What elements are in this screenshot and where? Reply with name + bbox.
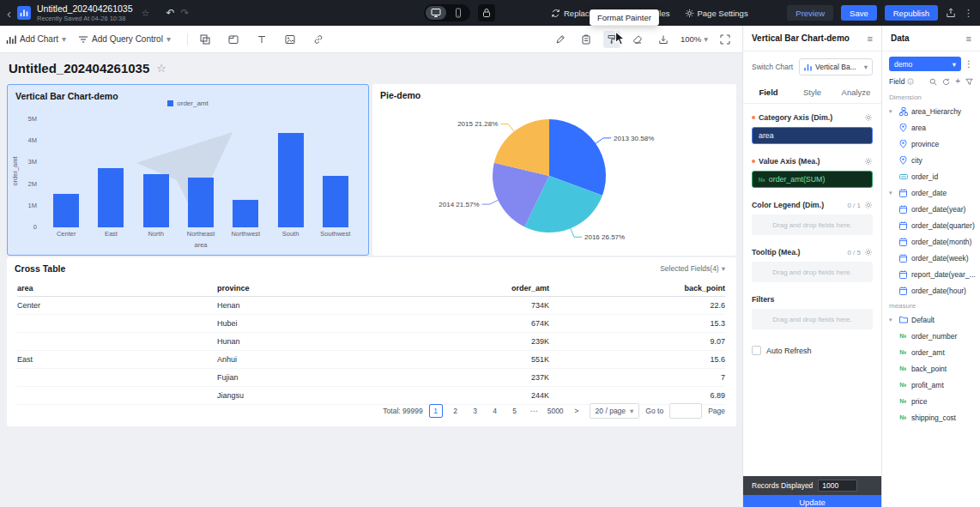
cross-table-widget[interactable]: Cross Table Selected Fields(4) ▾ areapro…	[7, 257, 736, 426]
desktop-view-button[interactable]	[426, 6, 446, 20]
table-cell: 15.6	[549, 355, 725, 364]
settings-gear-icon[interactable]	[864, 248, 873, 257]
page-button[interactable]: 2	[449, 404, 463, 418]
field-dropzone[interactable]: Drag and drop fields here.	[752, 309, 873, 329]
settings-gear-icon[interactable]	[864, 113, 873, 122]
tab-field[interactable]: Field	[747, 81, 790, 103]
field-item[interactable]: №order_number	[882, 328, 980, 344]
export-icon[interactable]	[655, 31, 672, 48]
field-item[interactable]: ▾order_date	[882, 184, 980, 201]
text-widget-icon[interactable]	[253, 31, 270, 48]
field-item[interactable]: report_date(year_...	[882, 266, 980, 282]
page-star-icon[interactable]: ☆	[156, 62, 166, 75]
selected-fields-dropdown[interactable]: Selected Fields(4) ▾	[660, 264, 725, 273]
page-settings-menu[interactable]: Page Settings	[685, 9, 748, 18]
field-item[interactable]: city	[882, 152, 980, 168]
tab-container-icon[interactable]	[225, 31, 242, 48]
field-item[interactable]: area	[882, 119, 980, 136]
chart-type-select[interactable]: Vertical Ba... ▾	[799, 58, 873, 75]
field-item[interactable]: province	[882, 136, 980, 152]
redo-icon[interactable]: ↷	[180, 7, 189, 19]
field-item[interactable]: order_date(hour)	[882, 282, 980, 299]
page-button[interactable]: 4	[488, 404, 502, 418]
clipboard-icon[interactable]	[578, 31, 595, 48]
auto-refresh-checkbox[interactable]	[752, 346, 761, 355]
expander-caret-icon[interactable]: ▾	[889, 190, 895, 196]
field-item[interactable]: ▾area_Hierarchy	[882, 103, 980, 119]
link-widget-icon[interactable]	[310, 31, 327, 48]
panel-menu-icon[interactable]: ≡	[966, 33, 971, 44]
combine-widgets-icon[interactable]	[197, 31, 214, 48]
field-chip[interactable]: №order_amt(SUM)	[752, 171, 873, 188]
field-chip[interactable]: area	[752, 127, 873, 144]
mobile-view-button[interactable]	[448, 6, 469, 20]
bar-chart-widget[interactable]: Vertical Bar Chart-demo order_amt order_…	[7, 84, 369, 256]
field-item[interactable]: №profit_amt	[882, 377, 980, 393]
device-toggle[interactable]	[424, 4, 470, 21]
field-dropzone[interactable]: Drag and drop fields here.	[752, 262, 873, 282]
field-item[interactable]: №shipping_cost	[882, 409, 980, 426]
search-icon[interactable]	[929, 78, 937, 86]
ai-assistant-icon[interactable]	[552, 31, 569, 48]
bar[interactable]	[188, 178, 214, 227]
bar[interactable]	[278, 133, 304, 227]
field-item[interactable]: order_date(week)	[882, 250, 980, 266]
panel-menu-icon[interactable]: ≡	[868, 33, 873, 44]
dataset-more-icon[interactable]: ⋮	[965, 59, 973, 69]
tab-style[interactable]: Style	[790, 81, 834, 103]
bar[interactable]	[98, 168, 124, 227]
add-field-icon[interactable]: +	[955, 77, 960, 86]
back-icon[interactable]: ‹	[7, 7, 11, 20]
expander-caret-icon[interactable]: ▾	[889, 108, 895, 115]
bar[interactable]	[233, 200, 258, 227]
expander-caret-icon[interactable]: ▾	[889, 317, 895, 323]
goto-page-input[interactable]	[669, 403, 702, 419]
eraser-icon[interactable]	[629, 31, 646, 48]
field-item[interactable]: №back_point	[882, 360, 980, 377]
preview-button[interactable]: Preview	[787, 5, 833, 21]
favorite-star-icon[interactable]: ☆	[142, 8, 150, 19]
field-dropzone[interactable]: Drag and drop fields here.	[752, 214, 873, 235]
page-button[interactable]: 1	[429, 404, 443, 418]
dataset-select[interactable]: demo ▾	[889, 57, 961, 71]
section-header: Tooltip (Mea.)0 / 5	[752, 248, 873, 257]
fit-screen-icon[interactable]	[717, 31, 734, 48]
field-item[interactable]: order_date(quarter)	[882, 217, 980, 233]
tab-analyze[interactable]: Analyze	[834, 81, 878, 103]
page-size-select[interactable]: 20 / page▾	[590, 403, 640, 419]
add-chart-button[interactable]: Add Chart ▾	[0, 34, 72, 45]
page-button[interactable]: 5	[508, 404, 522, 418]
widget-title: Cross Table	[15, 263, 65, 274]
field-item[interactable]: №order_amt	[882, 344, 980, 360]
bar[interactable]	[143, 174, 169, 227]
zoom-control[interactable]: 100% ▾	[681, 34, 708, 44]
settings-gear-icon[interactable]	[864, 201, 873, 209]
page-button[interactable]: 3	[469, 404, 482, 418]
update-button[interactable]: Update	[743, 495, 881, 507]
image-widget-icon[interactable]	[281, 31, 299, 48]
save-button[interactable]: Save	[841, 5, 877, 21]
more-icon[interactable]: ⋮	[964, 8, 973, 19]
field-item[interactable]: №price	[882, 393, 980, 409]
pie-chart-widget[interactable]: Pie-demo 2013 30.58%2016 26.57%2014 21.5…	[372, 84, 736, 256]
records-displayed-input[interactable]	[818, 480, 857, 492]
share-icon[interactable]	[946, 8, 956, 18]
next-page-icon[interactable]: >	[570, 404, 584, 418]
column-header: back_point	[549, 284, 725, 293]
field-item[interactable]: order_date(year)	[882, 201, 980, 217]
field-item[interactable]: order_date(month)	[882, 233, 980, 250]
page-button-last[interactable]: 5000	[547, 404, 564, 418]
field-item[interactable]: order_id	[882, 168, 980, 184]
undo-icon[interactable]: ↶	[166, 7, 174, 19]
field-item[interactable]: ▾Default	[882, 311, 980, 328]
lock-icon[interactable]	[478, 4, 495, 21]
bar[interactable]	[323, 176, 348, 227]
filter-icon[interactable]	[965, 78, 973, 86]
settings-gear-icon[interactable]	[864, 157, 873, 166]
republish-button[interactable]: Republish	[885, 5, 938, 21]
add-query-control-button[interactable]: Add Query Control ▾	[72, 34, 177, 45]
bar[interactable]	[53, 194, 79, 227]
dashboard-canvas[interactable]: Untitled_202404261035 ☆ Vertical Bar Cha…	[0, 53, 742, 507]
table-cell: 244K	[468, 391, 549, 400]
refresh-icon[interactable]	[942, 78, 950, 86]
